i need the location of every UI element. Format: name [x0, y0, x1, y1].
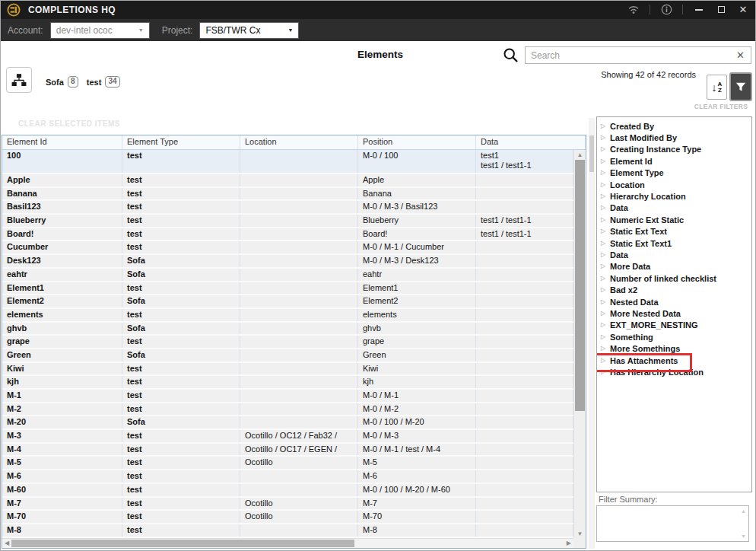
filter-button[interactable] [729, 72, 752, 101]
filter-item-static-ext-text1[interactable]: ▷Static Ext Text1 [597, 237, 751, 249]
column-header-element-type[interactable]: Element Type [122, 135, 240, 149]
expander-caret-icon[interactable]: ▷ [601, 240, 610, 247]
expander-caret-icon[interactable]: ▷ [601, 311, 610, 317]
vertical-scroll-thumb[interactable] [575, 160, 585, 411]
table-row-desk123[interactable]: Desk123SofaM-0 / M-3 / Desk123 [2, 255, 573, 269]
column-header-location[interactable]: Location [240, 135, 358, 149]
info-icon[interactable] [660, 4, 672, 16]
project-dropdown[interactable]: FSB/TWR Cx ▼ [199, 22, 299, 39]
filter-item-static-ext-text[interactable]: ▷Static Ext Text [597, 226, 751, 237]
table-row-m-6[interactable]: M-6testM-6 [2, 470, 573, 484]
filter-item-numeric-ext-static[interactable]: ▷Numeric Ext Static [597, 214, 751, 225]
scroll-right-arrow-icon[interactable]: ▶ [567, 540, 571, 546]
filter-item-creating-instance-type[interactable]: ▷Creating Instance Type [597, 144, 751, 155]
column-header-position[interactable]: Position [358, 135, 476, 149]
expander-caret-icon[interactable]: ▷ [601, 182, 610, 188]
table-row-100[interactable]: 100testM-0 / 100test1 test1 / test1-1 [2, 150, 573, 174]
table-row-m-3[interactable]: M-3testOcotillo / OC12 / Fab32 / FABM-0 … [2, 430, 573, 444]
table-row-blueberry[interactable]: BlueberrytestBlueberrytest1 / test1-1 [2, 215, 573, 228]
filter-item-has-attachments[interactable]: ▷Has Attachments [597, 355, 751, 366]
expander-caret-icon[interactable]: ▷ [601, 205, 610, 211]
filter-summary-box[interactable]: ▲ ▼ [596, 505, 749, 542]
table-row-m-20[interactable]: M-20SofaM-0 / 100 / M-20 [2, 416, 573, 430]
scroll-up-arrow-icon[interactable]: ▲ [574, 151, 586, 158]
page-scroll-thumb[interactable] [589, 135, 594, 172]
table-row-kiwi[interactable]: KiwitestKiwi [2, 363, 573, 377]
filter-item-data[interactable]: ▷Data [597, 202, 751, 214]
account-dropdown[interactable]: dev-intel ococ ▼ [50, 22, 150, 39]
expander-caret-icon[interactable]: ▷ [601, 322, 610, 328]
filter-item-number-of-linked-checklist[interactable]: ▷Number of linked checklist [597, 272, 751, 284]
filter-item-nested-data[interactable]: ▷Nested Data [597, 296, 751, 307]
table-row-m-8[interactable]: M-8testM-8 [2, 524, 573, 538]
table-row-m-2[interactable]: M-2testM-0 / M-2 [2, 403, 573, 417]
table-row-apple[interactable]: AppletestApple [2, 174, 573, 188]
table-row-banana[interactable]: BananatestBanana [2, 188, 573, 202]
scroll-left-arrow-icon[interactable]: ◀ [5, 540, 9, 546]
filter-item-hierarchy-location[interactable]: ▷Hierarchy Location [597, 190, 751, 202]
filter-item-more-nested-data[interactable]: ▷More Nested Data [597, 307, 751, 319]
expander-caret-icon[interactable]: ▷ [601, 334, 610, 340]
table-vertical-scrollbar[interactable]: ▲ ▼ [573, 150, 586, 538]
minimize-button[interactable] [693, 4, 705, 16]
table-row-elements[interactable]: elementstestelements [2, 309, 573, 323]
table-row-m-5[interactable]: M-5testOcotilloM-5 [2, 457, 573, 470]
table-row-cucumber[interactable]: CucumbertestM-0 / M-1 / Cucumber [2, 241, 573, 255]
expander-caret-icon[interactable]: ▷ [601, 135, 610, 141]
scroll-down-arrow-icon[interactable]: ▼ [574, 530, 586, 537]
expander-caret-icon[interactable]: ▷ [601, 299, 610, 305]
table-row-eahtr[interactable]: eahtrSofaeahtr [2, 269, 573, 282]
filter-item-ext-more-nesting[interactable]: ▷EXT_MORE_NESTING [597, 320, 751, 331]
column-header-data[interactable]: Data [476, 135, 586, 149]
scroll-down-arrow-icon[interactable]: ▼ [741, 533, 746, 539]
table-row-element1[interactable]: Element1testElement1 [2, 282, 573, 296]
filter-item-bad-x2[interactable]: ▷Bad x2 [597, 284, 751, 295]
table-row-m-1[interactable]: M-1testM-0 / M-1 [2, 390, 573, 403]
table-row-m-4[interactable]: M-4testOcotillo / OC17 / EGEN / Level 1M… [2, 444, 573, 457]
filter-item-location[interactable]: ▷Location [597, 179, 751, 190]
table-row-m-70[interactable]: M-70testOcotilloM-70 [2, 511, 573, 524]
expander-caret-icon[interactable]: ▷ [601, 193, 610, 199]
expander-caret-icon[interactable]: ▷ [601, 263, 610, 269]
filter-item-element-id[interactable]: ▷Element Id [597, 155, 751, 167]
expander-caret-icon[interactable]: ▷ [601, 228, 610, 234]
close-button[interactable]: ✕ [737, 4, 749, 16]
table-row-m-7[interactable]: M-7testOcotilloM-7 [2, 498, 573, 511]
horizontal-scroll-thumb[interactable] [11, 540, 354, 547]
expander-caret-icon[interactable]: ▷ [601, 158, 610, 164]
table-row-kjh[interactable]: kjhtestkjh [2, 376, 573, 390]
page-vertical-scrollbar[interactable] [589, 118, 595, 549]
table-row-basil123[interactable]: Basil123testM-0 / M-3 / Basil123 [2, 201, 573, 215]
expander-caret-icon[interactable]: ▷ [601, 146, 610, 152]
filter-item-last-modified-by[interactable]: ▷Last Modified By [597, 132, 751, 143]
hierarchy-view-button[interactable] [6, 67, 32, 93]
expander-caret-icon[interactable]: ▷ [601, 217, 610, 223]
filter-item-created-by[interactable]: ▷Created By [597, 120, 751, 132]
expander-caret-icon[interactable]: ▷ [601, 358, 610, 364]
table-horizontal-scrollbar[interactable]: ◀ ▶ [2, 538, 573, 548]
maximize-button[interactable] [715, 4, 727, 16]
scroll-up-arrow-icon[interactable]: ▲ [741, 508, 746, 514]
expander-caret-icon[interactable]: ▷ [601, 287, 610, 293]
clear-selected-items-button[interactable]: CLEAR SELECTED ITEMS [18, 119, 120, 128]
expander-caret-icon[interactable]: ▷ [601, 123, 610, 129]
wifi-icon[interactable] [627, 4, 640, 16]
filter-item-more-data[interactable]: ▷More Data [597, 261, 751, 272]
expander-caret-icon[interactable]: ▷ [601, 252, 610, 258]
clear-search-icon[interactable]: ✕ [730, 49, 751, 61]
table-row-green[interactable]: GreenSofaGreen [2, 349, 573, 363]
expander-caret-icon[interactable]: ▷ [601, 346, 610, 352]
table-row-element2[interactable]: Element2SofaElement2 [2, 295, 573, 309]
table-row-grape[interactable]: grapetestgrape [2, 336, 573, 349]
filter-item-something[interactable]: ▷Something [597, 331, 751, 342]
filter-item-element-type[interactable]: ▷Element Type [597, 167, 751, 179]
expander-caret-icon[interactable]: ▷ [601, 170, 610, 176]
filter-item-data[interactable]: ▷Data [597, 249, 751, 260]
table-row-m-60[interactable]: M-60testM-0 / 100 / M-20 / M-60 [2, 484, 573, 498]
expander-caret-icon[interactable]: ▷ [601, 276, 610, 282]
table-row-board[interactable]: Board!testBoard!test1 / test1-1 [2, 228, 573, 242]
clear-filters-button[interactable]: CLEAR FILTERS [689, 103, 753, 110]
table-row-ghvb[interactable]: ghvbSofaghvb [2, 323, 573, 336]
search-input[interactable] [526, 50, 730, 61]
column-header-element-id[interactable]: Element Id [2, 135, 122, 149]
